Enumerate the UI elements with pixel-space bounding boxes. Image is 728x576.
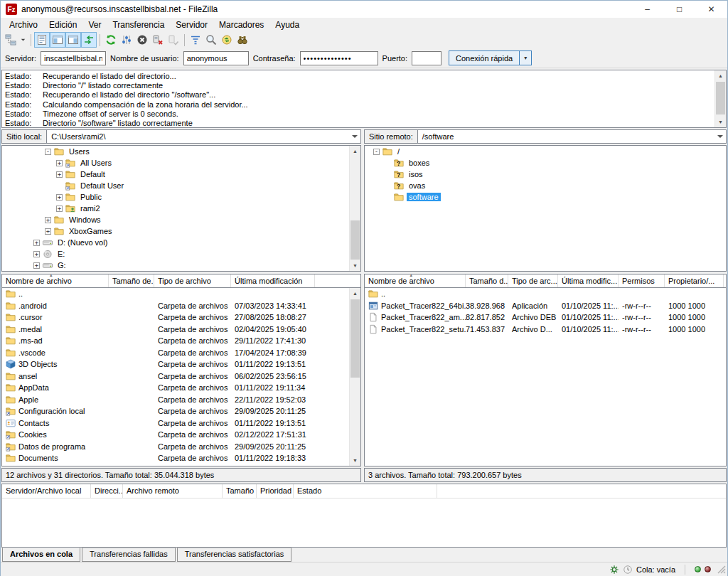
minimize-button[interactable]: – [631, 1, 663, 18]
column-header-ltima-modificaci-n[interactable]: Última modificación [231, 274, 315, 287]
tab-transferencias-satisfactorias[interactable]: Transferencias satisfactorias [177, 548, 292, 562]
server-input[interactable] [41, 51, 106, 65]
scroll-down-icon[interactable]: ▼ [715, 117, 726, 127]
column-header-direcci[interactable]: Direcci... [91, 484, 123, 498]
column-header-tama-o-d[interactable]: Tamaño d... [466, 274, 508, 287]
file-row[interactable]: CookiesCarpeta de archivos02/12/2022 17:… [2, 429, 360, 441]
scrollbar-thumb[interactable] [716, 82, 725, 114]
quickconnect-dropdown-button[interactable]: ▾ [520, 50, 532, 65]
tree-item-software[interactable]: software [365, 191, 726, 203]
tab-archivos-en-cola[interactable]: Archivos en cola [2, 548, 80, 562]
column-header-permisos[interactable]: Permisos [619, 274, 665, 287]
menu-marcadores[interactable]: Marcadores [213, 18, 269, 31]
expand-icon[interactable]: + [56, 206, 63, 212]
scroll-down-icon[interactable]: ▼ [350, 455, 360, 466]
compare-button[interactable] [203, 32, 219, 48]
tree-item-rami2[interactable]: +rami2 [2, 203, 360, 214]
scroll-up-icon[interactable]: ▲ [350, 288, 360, 299]
file-row[interactable]: .vscodeCarpeta de archivos17/04/2024 17:… [2, 347, 360, 359]
expand-icon[interactable]: + [45, 228, 51, 235]
tab-transferencias-fallidas[interactable]: Transferencias fallidas [82, 548, 176, 562]
expand-icon[interactable]: + [56, 171, 63, 178]
site-manager-dropdown[interactable] [18, 32, 28, 48]
password-input[interactable] [300, 51, 378, 65]
file-row[interactable]: Configuración localCarpeta de archivos29… [2, 405, 360, 417]
column-header-tipo-de-arc[interactable]: Tipo de arc... [508, 274, 558, 287]
tree-item-default[interactable]: +Default [2, 169, 360, 180]
column-header-ltima-modific[interactable]: Última modific... [558, 274, 619, 287]
column-header-prioridad[interactable]: Prioridad [257, 484, 294, 498]
username-input[interactable] [183, 51, 249, 65]
expand-icon[interactable]: + [56, 160, 63, 166]
column-header-archivo-remoto[interactable]: Archivo remoto [123, 484, 223, 498]
file-row[interactable]: ContactsCarpeta de archivos01/11/2022 19… [2, 417, 360, 430]
scrollbar-thumb[interactable] [350, 299, 360, 378]
scroll-up-icon[interactable]: ▲ [715, 70, 726, 81]
file-row[interactable]: .medalCarpeta de archivos02/04/2025 19:0… [2, 324, 360, 336]
local-path-combobox[interactable]: C:\Users\rami2\ [47, 130, 349, 143]
reconnect-button[interactable] [166, 32, 181, 48]
file-row[interactable]: .. [365, 288, 726, 300]
column-header-tama-o[interactable]: Tamaño [223, 484, 257, 498]
menu-transferencia[interactable]: Transferencia [107, 18, 170, 31]
local-tree-scrollbar[interactable]: ▲ ▼ [349, 146, 360, 271]
chevron-down-icon[interactable] [714, 130, 726, 143]
tree-item-default-user[interactable]: Default User [2, 180, 360, 191]
file-row[interactable]: AppDataCarpeta de archivos01/11/2022 19:… [2, 382, 360, 394]
menu-ver[interactable]: Ver [82, 18, 107, 31]
tree-item-g[interactable]: +G: [2, 260, 360, 271]
close-button[interactable]: ✕ [695, 1, 727, 18]
column-header-nombre-de-archivo[interactable]: Nombre de archivo▴ [2, 274, 109, 287]
expand-icon[interactable]: + [33, 262, 40, 269]
tree-item-isos[interactable]: ?isos [365, 169, 726, 180]
expand-icon[interactable]: + [33, 240, 40, 246]
find-files-button[interactable] [235, 32, 250, 48]
menu-ayuda[interactable]: Ayuda [269, 18, 305, 31]
column-header-nombre-de-archivo[interactable]: Nombre de archivo▴ [365, 274, 466, 287]
column-header-tama-o-de[interactable]: Tamaño de... [109, 274, 154, 287]
toggle-remote-tree-button[interactable] [65, 32, 81, 48]
menu-edici-n[interactable]: Edición [43, 18, 82, 31]
file-row[interactable]: 3D ObjectsCarpeta de archivos01/11/2022 … [2, 358, 360, 370]
menu-archivo[interactable]: Archivo [4, 18, 43, 31]
file-row[interactable]: Datos de programaCarpeta de archivos29/0… [2, 441, 360, 453]
column-header-estado[interactable]: Estado [294, 484, 437, 498]
tree-item-[interactable]: -/ [365, 146, 726, 157]
tree-item-xboxgames[interactable]: +XboxGames [2, 225, 360, 237]
file-row[interactable]: anselCarpeta de archivos06/02/2025 23:56… [2, 370, 360, 383]
tree-item-ovas[interactable]: ?ovas [365, 180, 726, 191]
chevron-down-icon[interactable] [349, 130, 360, 143]
expand-icon[interactable]: + [33, 251, 40, 257]
collapse-icon[interactable]: - [373, 149, 380, 155]
toggle-queue-button[interactable] [81, 32, 97, 48]
tree-item-all-users[interactable]: +All Users [2, 157, 360, 169]
quickconnect-button[interactable]: Conexión rápida [449, 50, 520, 65]
log-scrollbar[interactable]: ▲ ▼ [714, 70, 726, 127]
tree-item-e[interactable]: +E: [2, 248, 360, 260]
collapse-icon[interactable]: - [45, 149, 51, 155]
tree-item-boxes[interactable]: ?boxes [365, 157, 726, 169]
filter-button[interactable] [188, 32, 203, 48]
file-row[interactable]: AppleCarpeta de archivos22/11/2022 19:52… [2, 394, 360, 406]
scroll-up-icon[interactable]: ▲ [350, 146, 360, 156]
expand-icon[interactable]: + [56, 194, 63, 201]
file-row[interactable]: Packet_Tracer822_64bi...238.928.968Aplic… [365, 300, 726, 312]
remote-path-combobox[interactable]: /software [418, 130, 714, 143]
file-row[interactable]: .androidCarpeta de archivos07/03/2023 14… [2, 300, 360, 312]
local-list-scrollbar[interactable]: ▲ ▼ [349, 288, 360, 466]
column-header-tipo-de-archivo[interactable]: Tipo de archivo [154, 274, 231, 287]
process-queue-button[interactable] [119, 32, 134, 48]
port-input[interactable] [412, 51, 441, 65]
cancel-button[interactable] [134, 32, 150, 48]
speed-limits-icon[interactable] [609, 565, 619, 575]
expand-icon[interactable]: + [45, 217, 51, 223]
maximize-button[interactable]: □ [663, 1, 695, 18]
column-header-servidor-archivo-local[interactable]: Servidor/Archivo local [2, 484, 91, 498]
menu-servidor[interactable]: Servidor [170, 18, 213, 31]
resize-grip[interactable] [717, 565, 726, 574]
disconnect-button[interactable] [150, 32, 166, 48]
scrollbar-thumb[interactable] [350, 220, 360, 260]
toggle-log-button[interactable] [34, 32, 50, 48]
file-row[interactable]: .. [2, 288, 360, 300]
file-row[interactable]: DocumentsCarpeta de archivos01/11/2022 1… [2, 452, 360, 464]
